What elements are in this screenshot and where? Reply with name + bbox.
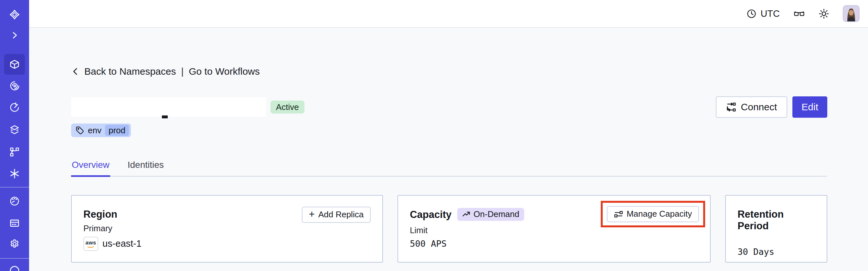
tag-key: env [88, 125, 101, 136]
retention-card: Retention Period 30 Days [725, 195, 827, 263]
edit-button[interactable]: Edit [793, 96, 827, 118]
primary-label: Primary [83, 223, 371, 234]
gauge-icon [9, 196, 20, 206]
trending-up-icon [462, 210, 470, 219]
back-to-namespaces-link[interactable]: Back to Namespaces [84, 66, 176, 77]
namespace-title-redacted [71, 97, 266, 117]
chevron-left-icon [71, 67, 80, 76]
tab-identities[interactable]: Identities [127, 160, 164, 177]
gear-icon [9, 239, 20, 249]
namespace-overview-page: UTC [0, 0, 868, 271]
sidebar-item-settings[interactable] [9, 238, 20, 249]
aws-provider-icon: aws [83, 237, 98, 251]
clock-icon [746, 9, 756, 19]
spiral-icon [9, 81, 20, 91]
cube-icon [9, 59, 20, 69]
region-card-title: Region [83, 207, 117, 220]
sidebar-item-billing[interactable] [9, 218, 20, 229]
manage-capacity-label: Manage Capacity [627, 209, 692, 219]
connect-button[interactable]: Connect [716, 96, 787, 118]
asterisk-icon [9, 169, 20, 179]
plus-icon: + [309, 209, 315, 219]
add-replica-button[interactable]: + Add Replica [302, 207, 371, 223]
env-tag[interactable]: env prod [71, 124, 131, 137]
tab-bar: Overview Identities [71, 160, 827, 177]
sidebar [0, 0, 29, 271]
timezone-label: UTC [761, 8, 780, 19]
namespace-header: Active Connect Edit [71, 96, 827, 118]
avatar-image [843, 6, 859, 21]
timer-icon [9, 102, 20, 113]
annotation-highlight-box: Manage Capacity [601, 201, 705, 227]
on-demand-badge: On-Demand [457, 208, 524, 221]
branch-icon [9, 147, 20, 157]
sidebar-item-layers[interactable] [9, 124, 20, 135]
chevron-right-icon [10, 31, 19, 40]
labs-toggle[interactable] [793, 9, 805, 19]
topbar: UTC [29, 0, 868, 28]
connect-button-label: Connect [741, 101, 777, 113]
temporal-logo-icon [9, 9, 20, 20]
sidebar-item-support[interactable] [9, 265, 20, 271]
sidebar-expand-button[interactable] [9, 30, 20, 41]
tag-value: prod [105, 125, 129, 136]
retention-card-title: Retention Period [738, 207, 815, 232]
brightness-icon [818, 8, 829, 19]
retention-value: 30 Days [738, 247, 815, 257]
aws-smile-arc [87, 245, 95, 248]
edit-button-label: Edit [801, 101, 818, 113]
aws-label: aws [85, 240, 96, 245]
region-value: us-east-1 [102, 238, 142, 249]
sliders-icon [614, 210, 623, 219]
tab-overview[interactable]: Overview [71, 160, 110, 177]
redacted-glyph-fragment [162, 116, 168, 118]
on-demand-label: On-Demand [473, 209, 519, 219]
sidebar-divider [0, 187, 29, 187]
breadcrumb: Back to Namespaces | Go to Workflows [71, 66, 827, 77]
add-replica-label: Add Replica [318, 210, 364, 219]
region-card: Region + Add Replica Primary aws us-east… [71, 195, 383, 263]
temporal-logo[interactable] [9, 9, 20, 20]
billing-card-icon [9, 218, 20, 228]
sidebar-item-namespaces[interactable] [4, 54, 25, 75]
namespace-tags: env prod [71, 124, 827, 137]
breadcrumb-separator: | [180, 66, 184, 77]
overview-cards: Region + Add Replica Primary aws us-east… [71, 195, 827, 263]
partial-circle-icon [9, 265, 20, 271]
connect-icon [726, 102, 737, 112]
go-to-workflows-link[interactable]: Go to Workflows [189, 66, 260, 77]
timezone-selector[interactable]: UTC [746, 8, 780, 19]
tag-icon [75, 126, 84, 135]
sidebar-item-asterisk[interactable] [9, 168, 20, 179]
sidebar-item-usage[interactable] [9, 195, 20, 207]
user-avatar[interactable] [843, 5, 860, 22]
capacity-card-title: Capacity [410, 207, 452, 220]
manage-capacity-button[interactable]: Manage Capacity [607, 206, 699, 222]
sidebar-divider [0, 258, 29, 259]
status-badge: Active [271, 100, 304, 114]
main-content: Back to Namespaces | Go to Workflows Act… [71, 28, 827, 263]
sidebar-item-timer[interactable] [9, 102, 20, 113]
layers-icon [9, 124, 20, 135]
sidebar-item-branch[interactable] [9, 147, 20, 157]
capacity-limit-value: 500 APS [410, 239, 446, 249]
capacity-card: Capacity On-Demand [398, 195, 711, 263]
sidebar-item-spiral[interactable] [9, 80, 20, 91]
theme-toggle[interactable] [818, 8, 829, 19]
glasses-icon [793, 9, 805, 19]
